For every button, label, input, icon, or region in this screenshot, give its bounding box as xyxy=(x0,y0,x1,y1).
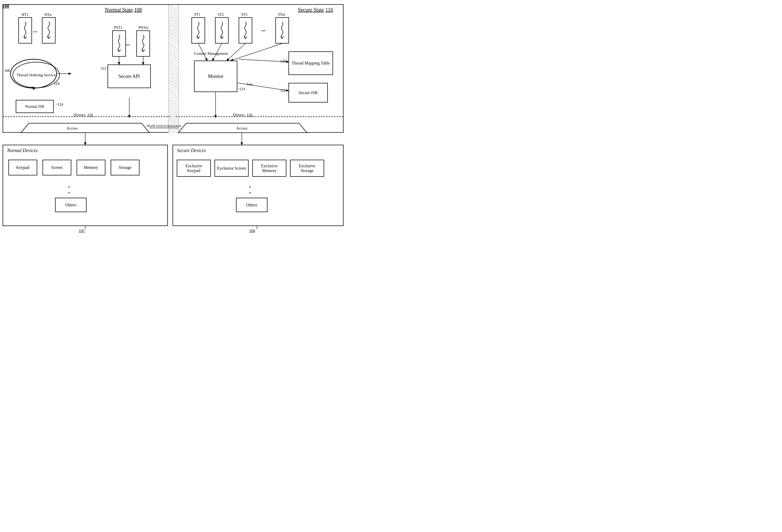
pnt1-label: PNT1 xyxy=(114,26,122,30)
pntm-squiggle xyxy=(140,34,147,53)
label-106: 106 xyxy=(4,68,10,73)
normal-devices-box: Normal Devices Keypad Screen Memory Stor… xyxy=(3,145,168,226)
label-104: 104 xyxy=(249,228,255,233)
monitor-label: Monitor xyxy=(208,74,223,79)
monitor-box: Monitor xyxy=(194,61,237,92)
label-102: 102 xyxy=(79,228,85,233)
normal-isr-box: Normal ISR xyxy=(16,100,54,113)
label-122: 122~ xyxy=(280,88,288,93)
st2-thread-box xyxy=(215,17,229,43)
normal-others-box: Others xyxy=(55,198,86,212)
label-112: 112~ xyxy=(101,67,108,71)
label-114: ~114 xyxy=(238,87,245,91)
drivers-label-right: Drivers 116 xyxy=(233,113,253,117)
pntm-label: PNTm xyxy=(138,26,148,30)
ntn-thread-box xyxy=(42,17,56,43)
tmt-label: Thread Mapping Table xyxy=(292,61,330,66)
pnt-dots: ··· xyxy=(126,41,130,48)
keypad-box: Keypad xyxy=(8,160,37,175)
st1-label: ST1 xyxy=(194,12,200,17)
secure-api-label: Secure API xyxy=(118,74,140,79)
exclusive-screen-box: Exclusive Screen xyxy=(215,160,249,177)
nt1-thread-box xyxy=(19,17,32,43)
stm-squiggle xyxy=(279,21,286,40)
secure-isr-box: Secure ISR xyxy=(288,83,328,103)
exclusive-memory-box: Exclusive Memory xyxy=(252,160,286,177)
st1-squiggle xyxy=(194,21,202,40)
pnt1-squiggle xyxy=(115,34,123,53)
context-mgmt-label: Context Management xyxy=(194,51,228,56)
screen-box: Screen xyxy=(42,160,71,175)
tos-label: Thread Ordering Service xyxy=(16,73,56,77)
nt1-label: NT1 xyxy=(22,12,29,17)
drivers-label-left: Drivers 116 xyxy=(73,113,93,117)
memory-box: Memory xyxy=(77,160,105,175)
tos-box: Thread Ordering Service xyxy=(12,62,60,88)
st3-squiggle xyxy=(242,21,249,40)
stm-thread-box xyxy=(275,17,289,43)
secure-devices-label: Secure Devices xyxy=(177,148,206,153)
tmt-box: Thread Mapping Table xyxy=(288,51,333,75)
exclusive-keypad-box: Exclusive Keypad xyxy=(177,160,211,177)
storage-box: Storage xyxy=(111,160,140,175)
secure-devices-box: Secure Devices Exclusive Keypad Exclusiv… xyxy=(173,145,344,226)
st3-label: ST3 xyxy=(241,12,247,17)
st2-squiggle xyxy=(218,21,225,40)
ntn-squiggle xyxy=(45,21,52,40)
normal-state-label: Normal State 108 xyxy=(105,7,142,13)
normal-devices-label: Normal Devices xyxy=(7,148,37,153)
ntn-label: NTn xyxy=(44,12,52,17)
use-label: Use xyxy=(247,82,253,86)
normal-isr-label: Normal ISR xyxy=(25,104,44,109)
pntm-thread-box xyxy=(136,30,150,57)
nt1-squiggle xyxy=(22,21,29,40)
world-divider xyxy=(168,5,179,133)
label-100: 100 xyxy=(2,4,9,9)
label-118: 118 xyxy=(54,81,60,86)
tos-container: Thread Ordering Service xyxy=(10,59,62,91)
exclusive-storage-box: Exclusive Storage xyxy=(290,160,324,177)
label-124: ~124 xyxy=(56,103,63,107)
nt-dots: ··· xyxy=(33,28,37,35)
label-120: 120~ xyxy=(280,59,288,64)
secure-api-box: Secure API xyxy=(108,65,151,88)
st-dots: ··· xyxy=(261,27,265,34)
st2-label: ST2 xyxy=(218,12,224,17)
st1-thread-box xyxy=(191,17,205,43)
secure-isr-label: Secure ISR xyxy=(299,91,318,95)
stm-label: STm xyxy=(278,12,285,17)
st3-thread-box xyxy=(239,17,252,43)
secure-others-box: Others xyxy=(236,198,268,212)
drivers-line-right xyxy=(176,116,344,117)
pnt1-thread-box xyxy=(112,30,126,57)
secure-state-label: Secure State 110 xyxy=(298,7,333,13)
